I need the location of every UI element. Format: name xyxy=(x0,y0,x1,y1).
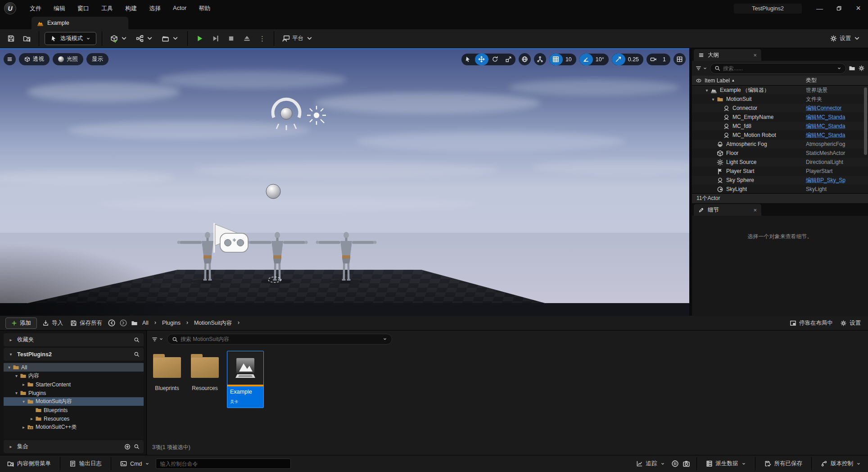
outliner-row[interactable]: FloorStaticMeshActor xyxy=(692,149,868,158)
content-settings-button[interactable]: 设置 xyxy=(838,319,863,327)
restore-button[interactable] xyxy=(829,2,849,15)
tab-details[interactable]: 细节 × xyxy=(694,204,761,216)
outliner-row[interactable]: Connector编辑Connector xyxy=(692,104,868,113)
close-icon[interactable]: × xyxy=(753,207,757,213)
edit-blueprint-link[interactable]: 编辑BP_Sky_Sp xyxy=(806,177,867,184)
outliner-row[interactable]: MC_Motion Robot编辑MC_Standa xyxy=(692,131,868,140)
camera-speed-control[interactable]: 1 xyxy=(646,54,670,65)
menu-select[interactable]: 选择 xyxy=(149,5,161,13)
screenshot-icon[interactable] xyxy=(683,460,690,467)
project-section[interactable]: ▾TestPlugins2 xyxy=(4,348,144,361)
lit-mode-button[interactable]: 光照 xyxy=(53,53,83,65)
grid-snap-control[interactable]: 10 xyxy=(549,54,576,65)
outliner-row[interactable]: Light SourceDirectionalLight xyxy=(692,158,868,167)
outliner-row[interactable]: MC_EmptyName编辑MC_Standa xyxy=(692,113,868,122)
move-tool-button[interactable] xyxy=(475,54,488,65)
forward-icon[interactable] xyxy=(119,319,127,327)
edit-blueprint-link[interactable]: 编辑MC_Standa xyxy=(806,132,867,139)
outliner-filter-button[interactable] xyxy=(695,65,707,72)
derived-data-button[interactable]: 派生数据 xyxy=(703,460,749,467)
search-icon[interactable] xyxy=(134,444,140,449)
tree-item-all[interactable]: ▾All xyxy=(4,363,144,372)
cinematics-button[interactable] xyxy=(159,32,182,45)
tree-item-plugins[interactable]: ▾Plugins xyxy=(4,389,144,397)
close-button[interactable]: × xyxy=(849,2,868,15)
minimize-button[interactable]: — xyxy=(810,2,829,15)
output-log-button[interactable]: 输出日志 xyxy=(67,460,104,467)
revision-control-button[interactable]: 版本控制 xyxy=(818,460,863,467)
content-drawer-button[interactable]: 内容侧滑菜单 xyxy=(5,460,54,467)
maximize-viewport-button[interactable] xyxy=(674,53,686,65)
tree-item-content[interactable]: ▾内容 xyxy=(4,372,144,380)
scale-tool-button[interactable] xyxy=(502,54,515,65)
asset-folder-resources[interactable]: Resources xyxy=(189,351,221,391)
tree-item-resources[interactable]: ▸Resources xyxy=(4,414,144,423)
viewport-menu-button[interactable] xyxy=(4,53,16,65)
breadcrumb-plugins[interactable]: Plugins xyxy=(162,320,181,326)
edit-blueprint-link[interactable]: 编辑MC_Standa xyxy=(806,123,867,130)
play-button[interactable] xyxy=(193,32,206,45)
surface-snap-button[interactable] xyxy=(534,53,546,65)
asset-filter-button[interactable] xyxy=(151,336,163,343)
editor-mode-select[interactable]: 选项模式 xyxy=(45,32,96,45)
outliner-row[interactable]: ▾MotionSuit文件夹 xyxy=(692,95,868,104)
tab-outliner[interactable]: 大纲 × xyxy=(694,49,761,61)
outliner-search-input[interactable] xyxy=(723,65,834,72)
rotation-snap-control[interactable]: 10° xyxy=(579,54,609,65)
sphere-gizmo[interactable] xyxy=(266,184,280,199)
browse-content-button[interactable] xyxy=(20,32,33,45)
viewport-scene[interactable] xyxy=(0,49,689,316)
favorites-section[interactable]: ▸收藏夹 xyxy=(4,333,144,346)
back-icon[interactable] xyxy=(108,319,116,327)
add-collection-icon[interactable] xyxy=(124,444,131,450)
import-button[interactable]: 导入 xyxy=(41,319,65,327)
scale-snap-control[interactable]: 0.25 xyxy=(612,54,643,65)
outliner-scrollbar[interactable] xyxy=(864,87,867,155)
outliner-settings-gear-icon[interactable] xyxy=(858,65,865,72)
outliner-row[interactable]: SkyLightSkyLight xyxy=(692,185,868,193)
outliner-column-header[interactable]: Item Label ▲ 类型 xyxy=(692,76,868,86)
menu-file[interactable]: 文件 xyxy=(30,5,41,13)
outliner-row[interactable]: Sky Sphere编辑BP_Sky_Sp xyxy=(692,176,868,185)
expander-icon[interactable]: ▾ xyxy=(710,97,716,102)
asset-search-input[interactable] xyxy=(181,336,380,342)
outliner-row[interactable]: ▾Example （编辑器）世界场景 xyxy=(692,86,868,95)
outliner-row[interactable]: Atmospheric FogAtmosphericFog xyxy=(692,140,868,149)
search-icon[interactable] xyxy=(134,351,140,357)
dock-in-layout-button[interactable]: 停靠在布局中 xyxy=(788,319,835,327)
edit-blueprint-link[interactable]: 编辑Connector xyxy=(806,104,867,112)
tree-item-motionsuit-content[interactable]: ▾MotionSuit内容 xyxy=(4,397,144,406)
save-all-button[interactable]: 保存所有 xyxy=(68,319,104,327)
tree-item-startercontent[interactable]: ▸StarterContent xyxy=(4,380,144,389)
show-button[interactable]: 显示 xyxy=(86,53,108,65)
tree-item-blueprints[interactable]: Blueprints xyxy=(4,406,144,414)
insights-pause-icon[interactable] xyxy=(671,460,679,467)
menu-window[interactable]: 窗口 xyxy=(77,5,89,13)
menu-actor[interactable]: Actor xyxy=(173,5,186,13)
skip-frame-button[interactable] xyxy=(209,32,222,45)
play-options-kebab-icon[interactable]: ⋮ xyxy=(256,35,268,43)
asset-example-level[interactable]: Example 关卡 xyxy=(227,351,264,408)
visibility-eye-icon[interactable] xyxy=(696,77,702,84)
outliner-row[interactable]: MC_fd8编辑MC_Standa xyxy=(692,122,868,131)
level-viewport[interactable]: 透视 光照 显示 10 10° xyxy=(0,48,689,316)
menu-edit[interactable]: 编辑 xyxy=(54,5,65,13)
outliner-row[interactable]: Player StartPlayerStart xyxy=(692,167,868,176)
sun-sprite[interactable] xyxy=(307,106,326,125)
select-tool-button[interactable] xyxy=(461,54,475,65)
trace-button[interactable]: 追踪 xyxy=(633,460,668,467)
search-icon[interactable] xyxy=(134,337,140,343)
expander-icon[interactable]: ▾ xyxy=(704,88,710,93)
stop-button[interactable] xyxy=(225,32,238,45)
unreal-logo-icon[interactable]: U xyxy=(4,2,16,14)
breadcrumb-motionsuit[interactable]: MotionSuit内容 xyxy=(194,319,232,327)
add-actor-button[interactable]: + xyxy=(108,32,131,45)
add-button[interactable]: 添加 xyxy=(5,318,37,329)
perspective-button[interactable]: 透视 xyxy=(19,53,50,65)
collections-section[interactable]: ▸集合 xyxy=(4,440,144,453)
cmd-selector[interactable]: Cmd xyxy=(118,460,152,467)
breadcrumb-all[interactable]: All xyxy=(142,320,149,326)
edit-blueprint-link[interactable]: 编辑MC_Standa xyxy=(806,113,867,121)
menu-tools[interactable]: 工具 xyxy=(101,5,113,13)
asset-folder-blueprints[interactable]: Blueprints xyxy=(151,351,183,391)
